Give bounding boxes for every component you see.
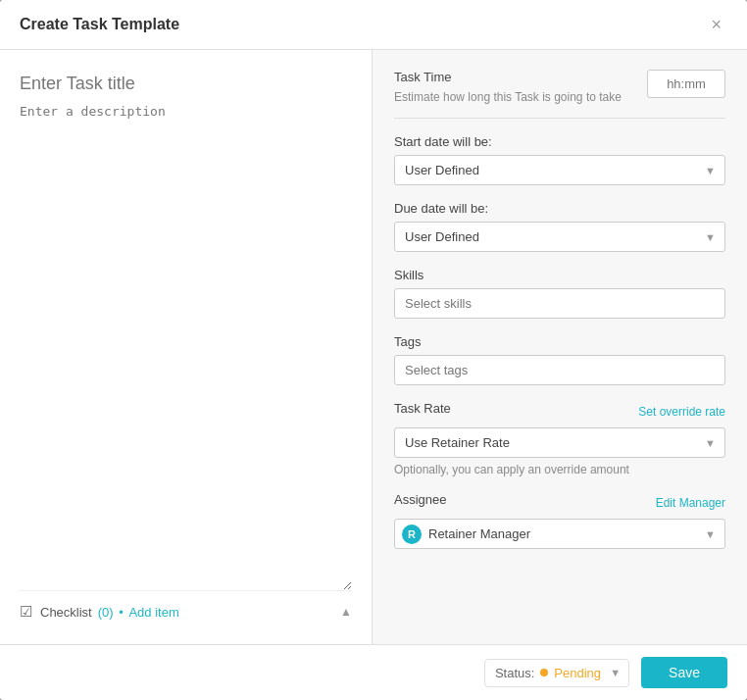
task-time-section: Task Time Estimate how long this Task is… — [394, 70, 725, 119]
task-time-sublabel: Estimate how long this Task is going to … — [394, 90, 647, 104]
tags-field: Tags — [394, 334, 725, 385]
tags-label: Tags — [394, 334, 725, 349]
checklist-toggle[interactable]: ▲ — [340, 605, 352, 619]
task-rate-label: Task Rate — [394, 401, 451, 416]
status-select[interactable]: Status: Pending ▼ — [484, 659, 629, 687]
task-time-input[interactable] — [647, 70, 725, 98]
task-rate-note: Optionally, you can apply an override am… — [394, 463, 725, 476]
due-date-select[interactable]: User Defined Task Start Task Due Project… — [394, 222, 725, 252]
task-title-input[interactable] — [20, 74, 352, 94]
modal-overlay: Create Task Template × ☑ Checklist (0) •… — [0, 0, 747, 700]
start-date-field: Start date will be: User Defined Task St… — [394, 134, 725, 185]
skills-field: Skills — [394, 268, 725, 319]
task-rate-select[interactable]: Use Retainer Rate Fixed Rate Custom Rate — [394, 427, 725, 458]
due-date-label: Due date will be: — [394, 201, 725, 216]
task-rate-header: Task Rate Set override rate — [394, 401, 725, 422]
due-date-field: Due date will be: User Defined Task Star… — [394, 201, 725, 252]
checklist-bar: ☑ Checklist (0) • Add item ▲ — [20, 590, 352, 621]
task-rate-field: Task Rate Set override rate Use Retainer… — [394, 401, 725, 476]
assignee-select[interactable]: Retainer Manager — [394, 519, 725, 549]
right-panel: Task Time Estimate how long this Task is… — [373, 50, 747, 644]
checklist-count: (0) • Add item — [96, 605, 179, 620]
status-arrow-icon: ▼ — [610, 667, 621, 678]
set-override-link[interactable]: Set override rate — [638, 405, 725, 419]
save-button[interactable]: Save — [641, 657, 727, 688]
add-item-link[interactable]: Add item — [128, 605, 178, 620]
assignee-label: Assignee — [394, 492, 446, 507]
task-time-label: Task Time — [394, 70, 647, 84]
start-date-select-wrapper: User Defined Task Start Task Due Project… — [394, 155, 725, 185]
modal-body: ☑ Checklist (0) • Add item ▲ Task Time — [0, 50, 747, 644]
assignee-header: Assignee Edit Manager — [394, 492, 725, 513]
assignee-select-wrapper: R Retainer Manager ▼ — [394, 519, 725, 549]
status-value: Pending — [554, 666, 601, 680]
task-rate-select-wrapper: Use Retainer Rate Fixed Rate Custom Rate… — [394, 427, 725, 458]
modal-header: Create Task Template × — [0, 0, 747, 50]
create-task-template-modal: Create Task Template × ☑ Checklist (0) •… — [0, 0, 747, 700]
modal-footer: Status: Pending ▼ Save — [0, 644, 747, 700]
start-date-label: Start date will be: — [394, 134, 725, 149]
modal-title: Create Task Template — [20, 16, 179, 33]
status-dot-icon — [540, 669, 548, 676]
left-panel: ☑ Checklist (0) • Add item ▲ — [0, 50, 373, 644]
status-label: Status: — [495, 666, 534, 680]
task-time-info: Task Time Estimate how long this Task is… — [394, 70, 647, 104]
edit-manager-link[interactable]: Edit Manager — [656, 496, 725, 510]
start-date-select[interactable]: User Defined Task Start Task Due Project… — [394, 155, 725, 185]
close-button[interactable]: × — [705, 14, 727, 35]
due-date-select-wrapper: User Defined Task Start Task Due Project… — [394, 222, 725, 252]
checklist-icon: ☑ — [20, 603, 32, 621]
checklist-label: Checklist — [40, 605, 92, 620]
skills-label: Skills — [394, 268, 725, 282]
assignee-field: Assignee Edit Manager R Retainer Manager… — [394, 492, 725, 549]
task-description-input[interactable] — [20, 104, 352, 590]
skills-input[interactable] — [394, 288, 725, 319]
tags-input[interactable] — [394, 355, 725, 385]
